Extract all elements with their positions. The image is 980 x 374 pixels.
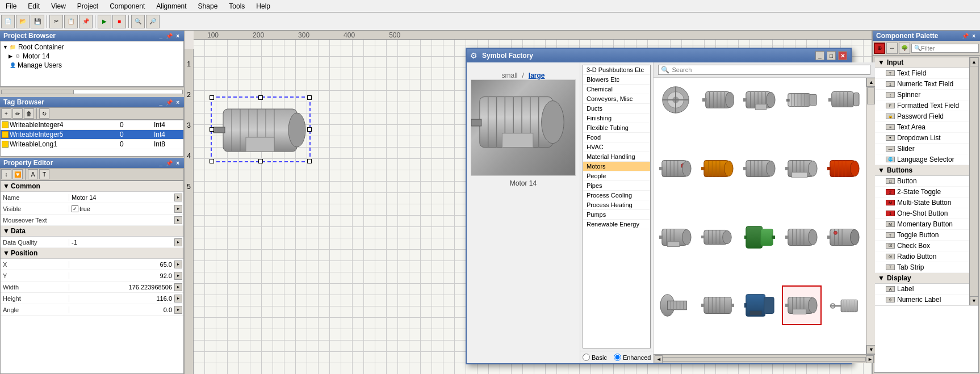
prop-filter-btn[interactable]: 🔽 — [12, 169, 23, 179]
prop-editor-pin[interactable]: 📌 — [165, 160, 174, 166]
symbol-cell-3[interactable] — [740, 80, 780, 120]
tag-browser-close[interactable]: × — [175, 99, 181, 106]
scroll-down-btn[interactable]: ▼ — [866, 345, 875, 354]
palette-button[interactable]: □ Button — [874, 176, 969, 187]
radio-enhanced-label[interactable]: Enhanced — [614, 354, 651, 361]
palette-search-input[interactable] — [921, 45, 966, 52]
prop-section-common[interactable]: ▼ Common — [1, 181, 183, 192]
palette-formatted-text-field[interactable]: F Formatted Text Field — [874, 100, 969, 111]
scroll-up-btn[interactable]: ▲ — [866, 78, 875, 87]
palette-tree-btn[interactable]: 🌳 — [899, 43, 910, 54]
prop-y-btn[interactable]: ▸ — [174, 272, 182, 280]
prop-name-value[interactable]: Motor 14 — [69, 194, 174, 201]
prop-x-value[interactable]: 65.0 — [69, 261, 174, 268]
category-blowers[interactable]: Blowers Etc — [583, 75, 650, 85]
hscroll-left-btn[interactable]: ◄ — [655, 355, 663, 363]
handle-bm[interactable] — [258, 159, 263, 163]
scroll-thumb[interactable] — [867, 87, 875, 104]
radio-basic-label[interactable]: Basic — [583, 354, 607, 361]
symbols-scrollbar[interactable]: ▲ ▼ — [866, 78, 875, 354]
palette-slider[interactable]: — Slider — [874, 144, 969, 154]
size-small-link[interactable]: small — [501, 72, 517, 79]
symbol-cell-1[interactable] — [656, 80, 696, 120]
prop-section-position[interactable]: ▼ Position — [1, 248, 183, 259]
handle-ml[interactable] — [210, 127, 214, 132]
category-food[interactable]: Food — [583, 133, 650, 142]
category-chemical[interactable]: Chemical — [583, 85, 650, 94]
symbol-cell-16[interactable] — [656, 285, 696, 325]
tag-refresh-btn[interactable]: ↻ — [39, 108, 49, 119]
radio-basic[interactable] — [583, 354, 590, 361]
prop-mouseover-btn[interactable]: ▸ — [174, 216, 182, 224]
open-btn[interactable]: 📂 — [16, 15, 30, 28]
palette-numeric-label[interactable]: 9 Numeric Label — [874, 295, 969, 305]
symbol-cell-19-selected[interactable] — [782, 285, 822, 325]
menu-alignment[interactable]: Alignment — [153, 1, 190, 11]
symbol-cell-10[interactable] — [824, 149, 864, 188]
symbol-cell-2[interactable] — [698, 80, 738, 120]
menu-help[interactable]: Help — [253, 1, 274, 11]
category-3d[interactable]: 3-D Pushbuttons Etc — [583, 65, 650, 75]
symbol-cell-6[interactable] — [656, 149, 696, 188]
symbol-cell-4[interactable] — [782, 80, 822, 120]
tag-delete-btn[interactable]: 🗑 — [24, 108, 34, 119]
hscroll-right-btn[interactable]: ► — [866, 355, 874, 363]
tag-row-2[interactable]: WriteableInteger5 0 Int4 — [1, 130, 183, 140]
palette-label[interactable]: A Label — [874, 284, 969, 295]
prop-text-btn[interactable]: T — [39, 169, 49, 179]
prop-height-value[interactable]: 116.0 — [69, 295, 174, 302]
tag-row-1[interactable]: WriteableInteger4 0 Int4 — [1, 120, 183, 130]
symbol-cell-11[interactable] — [656, 217, 696, 257]
category-conveyors[interactable]: Conveyors, Misc — [583, 94, 650, 104]
category-people[interactable]: People — [583, 171, 650, 181]
prop-section-data[interactable]: ▼ Data — [1, 226, 183, 237]
prop-editor-minimize[interactable]: _ — [158, 160, 164, 166]
dialog-maximize-btn[interactable]: □ — [827, 51, 836, 60]
palette-text-area[interactable]: ≡ Text Area — [874, 122, 969, 133]
prop-angle-value[interactable]: 0.0 — [69, 306, 174, 313]
handle-tm[interactable] — [258, 95, 263, 100]
category-flexible[interactable]: Flexible Tubing — [583, 123, 650, 133]
prop-x-btn[interactable]: ▸ — [174, 260, 182, 268]
category-pumps[interactable]: Pumps — [583, 210, 650, 220]
symbol-cell-12[interactable] — [698, 217, 738, 257]
section-display-header[interactable]: ▼ Display — [874, 273, 969, 284]
tag-new-btn[interactable]: + — [1, 108, 11, 119]
tree-item-motor[interactable]: ▶ ⚙ Motor 14 — [2, 52, 182, 61]
symbol-cell-5[interactable] — [824, 80, 864, 120]
prop-visible-value[interactable]: ✓ true — [69, 205, 174, 212]
handle-br[interactable] — [307, 159, 312, 163]
category-heating[interactable]: Process Heating — [583, 200, 650, 210]
handle-tl[interactable] — [210, 95, 214, 100]
symbol-cell-8[interactable] — [740, 149, 780, 188]
dialog-close-btn[interactable]: ✕ — [838, 51, 847, 60]
symbol-cell-15[interactable] — [824, 217, 864, 257]
section-buttons-header[interactable]: ▼ Buttons — [874, 165, 969, 176]
category-finishing[interactable]: Finishing — [583, 114, 650, 123]
symbol-cell-7[interactable] — [698, 149, 738, 188]
palette-close[interactable]: × — [971, 33, 977, 39]
palette-tab-strip[interactable]: ⊤ Tab Strip — [874, 262, 969, 273]
tag-browser-pin[interactable]: 📌 — [165, 99, 174, 106]
category-renewable[interactable]: Renewable Energy — [583, 220, 650, 229]
menu-shape[interactable]: Shape — [195, 1, 221, 11]
stop-btn[interactable]: ■ — [112, 15, 126, 28]
palette-spinner[interactable]: ↕ Spinner — [874, 90, 969, 100]
prop-name-btn[interactable]: ▸ — [174, 194, 182, 201]
palette-oneshot-button[interactable]: 1 One-Shot Button — [874, 208, 969, 219]
prop-sort-btn[interactable]: ↕ — [1, 169, 11, 179]
project-browser-pin[interactable]: 📌 — [165, 33, 174, 39]
handle-bl[interactable] — [210, 159, 214, 163]
prop-quality-value[interactable]: -1 — [69, 239, 174, 246]
copy-btn[interactable]: 📋 — [64, 15, 78, 28]
cut-btn[interactable]: ✂ — [49, 15, 63, 28]
category-hvac[interactable]: HVAC — [583, 142, 650, 152]
category-material[interactable]: Material Handling — [583, 152, 650, 162]
tag-browser-minimize[interactable]: _ — [158, 99, 164, 106]
prop-width-value[interactable]: 176.223968506 — [69, 284, 174, 291]
symbol-cell-9[interactable] — [782, 149, 822, 188]
symbol-cell-20[interactable] — [824, 285, 864, 325]
prop-quality-btn[interactable]: ▸ — [174, 238, 182, 246]
zoom-out-btn[interactable]: 🔎 — [146, 15, 160, 28]
category-pipes[interactable]: Pipes — [583, 181, 650, 191]
